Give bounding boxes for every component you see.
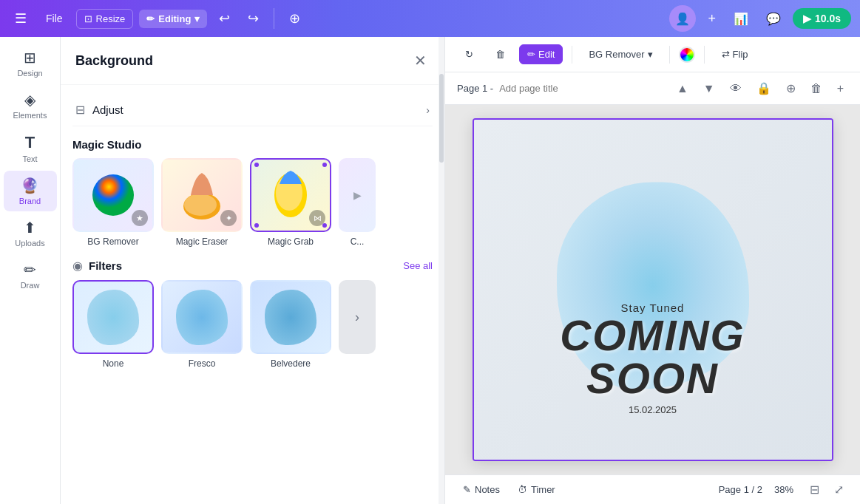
filter-partial-card[interactable]: › xyxy=(339,280,376,354)
redo-button[interactable]: ↪ xyxy=(242,7,265,30)
canvas-design[interactable]: Stay Tuned COMING SOON 15.02.2025 xyxy=(473,118,833,461)
page-down-icon[interactable]: ▼ xyxy=(699,79,720,98)
notes-icon: ✎ xyxy=(463,484,471,495)
top-navigation: ☰ File ⊡ Resize ✏ Editing ▾ ↩ ↪ ⊕ 👤 + 📊 … xyxy=(0,0,860,37)
edit-label: Edit xyxy=(538,49,555,60)
refresh-icon: ↻ xyxy=(465,49,473,60)
menu-icon[interactable]: ☰ xyxy=(9,7,33,30)
page-info: Page 1 / 2 xyxy=(719,484,762,495)
notes-button[interactable]: ✎ Notes xyxy=(457,481,506,498)
resize-icon: ⊡ xyxy=(84,13,92,24)
magic-studio-cards: ★ BG Remover ✦ Magic Eraser xyxy=(72,158,433,247)
magic-grab-img: ⋈ xyxy=(250,158,331,232)
chevron-down-icon: ▾ xyxy=(648,49,653,60)
copy-icon[interactable]: ⊕ xyxy=(782,78,800,98)
bg-remover-label: BG Remover xyxy=(87,236,138,247)
add-collaborator-button[interactable]: + xyxy=(702,8,722,30)
brand-icon: 🔮 xyxy=(21,177,39,194)
eye-icon[interactable]: 👁 xyxy=(725,79,746,98)
grid-view-icon[interactable]: ⊟ xyxy=(805,480,824,500)
design-date: 15.02.2025 xyxy=(474,404,832,415)
sidebar-item-design[interactable]: ⊞ Design xyxy=(4,43,57,84)
main-area: ⊞ Design ◈ Elements T Text 🔮 Brand ⬆ Upl… xyxy=(0,37,860,504)
sidebar-item-label: Elements xyxy=(13,111,47,120)
partial-card-img: ▶ xyxy=(339,158,376,232)
panel-title: Background xyxy=(75,53,153,69)
adjust-row[interactable]: ⊟ Adjust › xyxy=(72,94,433,126)
filters-header: ◉ Filters See all xyxy=(72,259,433,273)
canvas-viewport: Stay Tuned COMING SOON 15.02.2025 xyxy=(445,105,860,474)
avatar[interactable]: 👤 xyxy=(669,5,696,32)
edit-button[interactable]: ✏ Edit xyxy=(519,44,563,64)
sidebar-item-label: Brand xyxy=(19,197,41,205)
color-picker-button[interactable] xyxy=(679,47,695,63)
sidebar-item-label: Uploads xyxy=(15,239,44,248)
sidebar-item-draw[interactable]: ✏ Draw xyxy=(4,255,57,296)
filter-belvedere-card[interactable]: Belvedere xyxy=(250,280,331,369)
bg-remover-toolbar-button[interactable]: BG Remover ▾ xyxy=(581,45,660,64)
chevron-down-icon: ▾ xyxy=(194,13,200,24)
page-up-icon[interactable]: ▲ xyxy=(672,79,693,98)
elements-icon: ◈ xyxy=(24,91,35,109)
play-icon: ▶ xyxy=(803,13,811,24)
sidebar-item-elements[interactable]: ◈ Elements xyxy=(4,85,57,126)
page-add-icon[interactable]: + xyxy=(833,79,848,98)
sidebar-item-text[interactable]: T Text xyxy=(4,127,57,169)
timer-button[interactable]: ⏱ Timer xyxy=(512,481,561,498)
page-label: Page 1 - xyxy=(457,83,493,94)
svg-point-0 xyxy=(92,174,134,216)
zoom-level[interactable]: 38% xyxy=(768,481,799,498)
filter-none-img xyxy=(72,280,154,354)
resize-label: Resize xyxy=(96,13,126,24)
filter-none-card[interactable]: None xyxy=(72,280,154,369)
scroll-thumb[interactable] xyxy=(439,74,444,163)
filters-icon: ◉ xyxy=(72,259,83,273)
flip-icon: ⇄ xyxy=(722,49,730,60)
filter-fresco-card[interactable]: Fresco xyxy=(161,280,243,369)
sidebar-item-brand[interactable]: 🔮 Brand xyxy=(4,171,57,211)
file-button[interactable]: File xyxy=(38,10,70,27)
close-button[interactable]: ✕ xyxy=(411,49,430,72)
editing-icon: ✏ xyxy=(146,13,155,24)
see-all-button[interactable]: See all xyxy=(403,260,433,271)
undo-button[interactable]: ↩ xyxy=(213,7,236,30)
text-icon: T xyxy=(25,133,35,152)
bg-remover-card[interactable]: ★ BG Remover xyxy=(72,158,154,247)
magic-eraser-card[interactable]: ✦ Magic Eraser xyxy=(161,158,243,247)
expand-icon[interactable]: ⤢ xyxy=(830,480,848,500)
toolbar-divider-2 xyxy=(669,46,670,64)
adjust-arrow-icon: › xyxy=(426,104,430,116)
comments-icon[interactable]: 💬 xyxy=(760,8,787,30)
play-button[interactable]: ▶ 10.0s xyxy=(793,8,851,29)
panel-content: ⊟ Adjust › Magic Studio xyxy=(61,85,444,504)
scroll-track[interactable] xyxy=(439,37,444,504)
sidebar-item-uploads[interactable]: ⬆ Uploads xyxy=(4,213,57,253)
design-icon: ⊞ xyxy=(24,49,36,67)
partial-card-label: C... xyxy=(351,236,365,247)
toolbar-divider-3 xyxy=(704,46,705,64)
resize-button[interactable]: ⊡ Resize xyxy=(76,9,134,29)
flip-button[interactable]: ⇄ Flip xyxy=(714,44,756,64)
magic-grab-label: Magic Grab xyxy=(268,236,314,247)
refresh-button[interactable]: ↻ xyxy=(457,44,481,64)
notes-label: Notes xyxy=(475,484,500,495)
lock-icon[interactable]: 🔒 xyxy=(752,78,776,98)
panel-header: Background ✕ xyxy=(61,37,444,85)
bg-remover-badge: ★ xyxy=(132,210,148,226)
filter-belvedere-img xyxy=(250,280,331,354)
magic-grab-card[interactable]: ⋈ Magic Grab xyxy=(250,158,331,247)
adjust-label: Adjust xyxy=(92,103,123,116)
svg-point-2 xyxy=(184,194,217,216)
page-delete-icon[interactable]: 🗑 xyxy=(806,79,827,98)
magic-icon[interactable]: ⊕ xyxy=(283,7,306,30)
trash-icon: 🗑 xyxy=(495,49,505,60)
delete-button[interactable]: 🗑 xyxy=(487,44,513,64)
filter-fresco-img xyxy=(161,280,243,354)
stats-icon[interactable]: 📊 xyxy=(728,8,754,30)
partial-card[interactable]: ▶ C... xyxy=(339,158,376,247)
magic-eraser-badge: ✦ xyxy=(220,210,237,226)
page-title-input[interactable] xyxy=(499,83,666,94)
editing-button[interactable]: ✏ Editing ▾ xyxy=(139,10,207,28)
filters-title: Filters xyxy=(89,259,122,272)
canvas-area: ↻ 🗑 ✏ Edit BG Remover ▾ ⇄ Flip xyxy=(445,37,860,504)
